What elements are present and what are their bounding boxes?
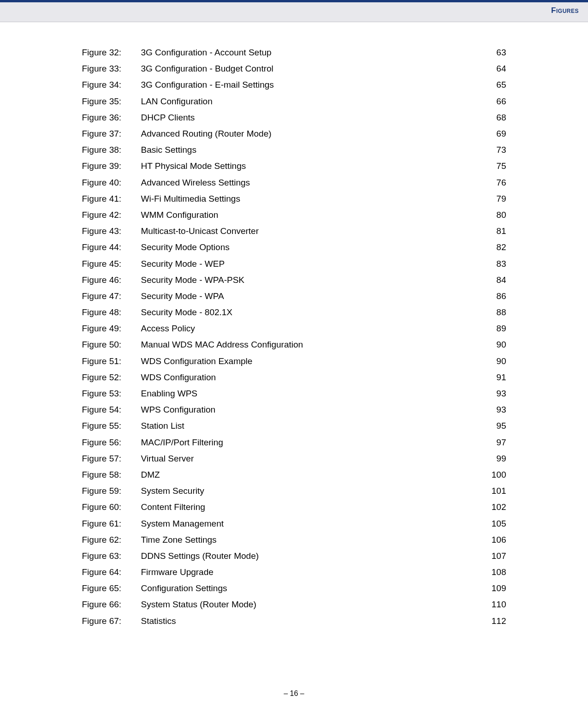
figure-entry[interactable]: Figure 54:WPS Configuration93: [82, 401, 506, 418]
figure-label: Figure 57:: [82, 454, 141, 463]
figure-entry[interactable]: Figure 46:Security Mode - WPA-PSK84: [82, 272, 506, 288]
figure-page: 69: [479, 129, 506, 138]
figure-entry[interactable]: Figure 39:HT Physical Mode Settings75: [82, 158, 506, 174]
figure-page: 95: [479, 421, 506, 430]
figure-entry[interactable]: Figure 67:Statistics112: [82, 613, 506, 629]
figure-title: Time Zone Settings: [141, 535, 479, 544]
figure-page: 83: [479, 259, 506, 268]
figure-entry[interactable]: Figure 41:Wi-Fi Multimedia Settings79: [82, 191, 506, 207]
figure-entry[interactable]: Figure 35:LAN Configuration66: [82, 93, 506, 109]
figure-title: Station List: [141, 421, 479, 430]
figure-label: Figure 48:: [82, 308, 141, 317]
figure-label: Figure 33:: [82, 64, 141, 73]
figure-page: 112: [479, 617, 506, 625]
figure-label: Figure 55:: [82, 421, 141, 430]
figure-entry[interactable]: Figure 59:System Security101: [82, 483, 506, 499]
figure-label: Figure 58:: [82, 470, 141, 479]
figure-entry[interactable]: Figure 53:Enabling WPS93: [82, 385, 506, 401]
figure-entry[interactable]: Figure 56:MAC/IP/Port Filtering97: [82, 434, 506, 450]
figure-page: 64: [479, 64, 506, 73]
figure-label: Figure 52:: [82, 373, 141, 382]
figure-entry[interactable]: Figure 57:Virtual Server99: [82, 450, 506, 467]
figure-label: Figure 51:: [82, 357, 141, 365]
figure-entry[interactable]: Figure 64:Firmware Upgrade108: [82, 564, 506, 580]
figure-entry[interactable]: Figure 37:Advanced Routing (Router Mode)…: [82, 126, 506, 142]
figure-label: Figure 59:: [82, 486, 141, 495]
figure-entry[interactable]: Figure 32:3G Configuration - Account Set…: [82, 44, 506, 60]
figure-label: Figure 40:: [82, 178, 141, 187]
figure-entry[interactable]: Figure 40:Advanced Wireless Settings76: [82, 174, 506, 191]
figure-entry[interactable]: Figure 50:Manual WDS MAC Address Configu…: [82, 336, 506, 353]
figure-title: LAN Configuration: [141, 97, 479, 106]
figure-page: 79: [479, 194, 506, 203]
figure-title: HT Physical Mode Settings: [141, 162, 479, 170]
figure-entry[interactable]: Figure 45:Security Mode - WEP83: [82, 255, 506, 271]
figure-label: Figure 34:: [82, 80, 141, 89]
figure-page: 105: [479, 519, 506, 528]
figure-label: Figure 62:: [82, 535, 141, 544]
figure-title: WMM Configuration: [141, 210, 479, 219]
figure-title: System Management: [141, 519, 479, 528]
figure-title: Access Policy: [141, 324, 479, 333]
figure-entry[interactable]: Figure 65:Configuration Settings109: [82, 580, 506, 596]
figure-page: 81: [479, 227, 506, 235]
figure-title: 3G Configuration - Budget Control: [141, 64, 479, 73]
figure-title: Security Mode - 802.1X: [141, 308, 479, 317]
figure-title: Advanced Wireless Settings: [141, 178, 479, 187]
figure-title: Basic Settings: [141, 145, 479, 154]
figure-title: WDS Configuration: [141, 373, 479, 382]
figure-title: WPS Configuration: [141, 405, 479, 414]
page-number: – 16 –: [284, 689, 304, 697]
figure-entry[interactable]: Figure 47:Security Mode - WPA86: [82, 288, 506, 304]
figure-page: 63: [479, 48, 506, 57]
figure-entry[interactable]: Figure 51:WDS Configuration Example90: [82, 353, 506, 369]
figure-page: 68: [479, 113, 506, 122]
figure-entry[interactable]: Figure 52:WDS Configuration91: [82, 369, 506, 385]
figure-entry[interactable]: Figure 34:3G Configuration - E-mail Sett…: [82, 77, 506, 93]
figure-entry[interactable]: Figure 61:System Management105: [82, 515, 506, 531]
figure-entry[interactable]: Figure 36:DHCP Clients68: [82, 109, 506, 126]
figure-entry[interactable]: Figure 38:Basic Settings73: [82, 142, 506, 158]
figure-label: Figure 67:: [82, 617, 141, 625]
figure-page: 97: [479, 438, 506, 447]
figure-entry[interactable]: Figure 62:Time Zone Settings106: [82, 532, 506, 548]
figure-label: Figure 53:: [82, 389, 141, 398]
figure-label: Figure 60:: [82, 503, 141, 511]
figure-page: 91: [479, 373, 506, 382]
figure-entry[interactable]: Figure 42:WMM Configuration80: [82, 207, 506, 223]
figure-page: 65: [479, 80, 506, 89]
figure-page: 100: [479, 470, 506, 479]
figure-title: WDS Configuration Example: [141, 357, 479, 365]
figures-list: Figure 32:3G Configuration - Account Set…: [82, 44, 506, 629]
figure-label: Figure 65:: [82, 584, 141, 593]
figure-page: 110: [479, 600, 506, 609]
figure-page: 73: [479, 145, 506, 154]
figure-label: Figure 47:: [82, 292, 141, 300]
figure-title: Manual WDS MAC Address Configuration: [141, 340, 479, 349]
figure-label: Figure 35:: [82, 97, 141, 106]
figure-label: Figure 41:: [82, 194, 141, 203]
figure-entry[interactable]: Figure 60:Content Filtering102: [82, 499, 506, 515]
figure-page: 106: [479, 535, 506, 544]
figure-page: 109: [479, 584, 506, 593]
figure-entry[interactable]: Figure 58:DMZ100: [82, 467, 506, 483]
figure-entry[interactable]: Figure 48:Security Mode - 802.1X88: [82, 304, 506, 320]
figure-entry[interactable]: Figure 43:Multicast-to-Unicast Converter…: [82, 223, 506, 239]
figure-entry[interactable]: Figure 55:Station List95: [82, 418, 506, 434]
figure-title: Security Mode Options: [141, 243, 479, 252]
figure-entry[interactable]: Figure 66:System Status (Router Mode)110: [82, 596, 506, 612]
figure-page: 90: [479, 340, 506, 349]
figure-label: Figure 64:: [82, 568, 141, 576]
figure-title: Advanced Routing (Router Mode): [141, 129, 479, 138]
figure-entry[interactable]: Figure 44:Security Mode Options82: [82, 239, 506, 255]
figure-title: Security Mode - WPA: [141, 292, 479, 300]
figure-title: Multicast-to-Unicast Converter: [141, 227, 479, 235]
figure-title: Statistics: [141, 617, 479, 625]
figure-label: Figure 43:: [82, 227, 141, 235]
figure-page: 80: [479, 210, 506, 219]
figure-title: DHCP Clients: [141, 113, 479, 122]
figure-entry[interactable]: Figure 63:DDNS Settings (Router Mode)107: [82, 548, 506, 564]
figure-entry[interactable]: Figure 33:3G Configuration - Budget Cont…: [82, 60, 506, 77]
figure-entry[interactable]: Figure 49:Access Policy89: [82, 320, 506, 336]
figure-label: Figure 56:: [82, 438, 141, 447]
